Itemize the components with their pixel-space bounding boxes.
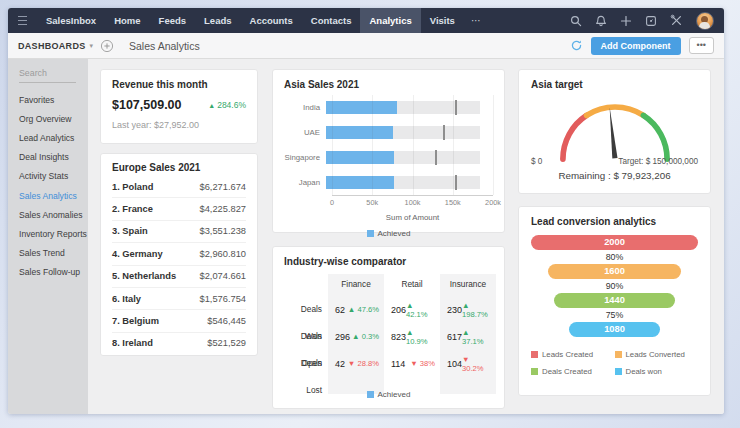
sidebar-item-sales-follow-up[interactable]: Sales Follow-up — [8, 263, 88, 282]
achieved-bar[interactable] — [326, 126, 393, 139]
sidebar-item-deal-insights[interactable]: Deal Insights — [8, 148, 88, 167]
metric-cell: 617▲ 37.1% — [440, 323, 496, 350]
recent-items-icon[interactable] — [645, 15, 657, 27]
industry-comparator-card: Industry-wise comparator FinanceRetailIn… — [272, 246, 505, 409]
achieved-bar[interactable] — [326, 101, 397, 114]
nav-item-leads[interactable]: Leads — [195, 8, 240, 33]
row-label-deals-won: Deals Won — [284, 296, 328, 323]
refresh-icon[interactable] — [570, 39, 583, 52]
sidebar-item-sales-trend[interactable]: Sales Trend — [8, 244, 88, 263]
hamburger-menu-icon[interactable] — [18, 16, 27, 26]
achieved-bar[interactable] — [326, 176, 394, 189]
new-dashboard-icon[interactable] — [100, 39, 114, 53]
app-window: SalesInboxHomeFeedsLeadsAccountsContacts… — [8, 8, 724, 414]
country-value: $4,225.827 — [199, 204, 246, 214]
list-item: 3. Spain$3,551.238 — [112, 220, 246, 242]
funnel-legend-item: Deals Created — [531, 367, 615, 376]
sidebar-item-activity-stats[interactable]: Activity Stats — [8, 167, 88, 186]
legend-label: Deals Created — [542, 367, 592, 376]
nav-item-accounts[interactable]: Accounts — [241, 8, 302, 33]
revenue-card: Revenue this month $107,509.00 ▲284.6% L… — [100, 69, 258, 144]
sidebar-item-favorites[interactable]: Favorites — [8, 90, 88, 109]
funnel-stage-deals-created[interactable]: 1440 — [554, 293, 674, 308]
down-arrow-icon: ▼ 38% — [410, 359, 435, 368]
funnel-stage-leads-created[interactable]: 2000 — [531, 235, 698, 250]
list-item: 1. Poland$6,271.674 — [112, 176, 246, 197]
funnel-legend: Leads CreatedLeads ConvertedDeals Create… — [531, 350, 698, 376]
nav-item-contacts[interactable]: Contacts — [302, 8, 361, 33]
row-label-deals-open: Deals Open — [284, 323, 328, 350]
column-header-finance: Finance — [328, 274, 384, 296]
sidebar-item-sales-anomalies[interactable]: Sales Anomalies — [8, 205, 88, 224]
metric-cell: 114▼ 38% — [384, 350, 440, 377]
gauge-arc-low — [562, 115, 586, 159]
legend-swatch — [531, 351, 538, 358]
legend-swatch — [615, 351, 622, 358]
country-label: 6. Italy — [112, 294, 141, 304]
metric-cell: 42▼ 28.8% — [328, 350, 384, 377]
sidebar-item-inventory-reports[interactable]: Inventory Reports — [8, 224, 88, 243]
gauge-arc-mid — [586, 107, 643, 115]
legend-label: Deals won — [626, 367, 662, 376]
sidebar-item-sales-analytics[interactable]: Sales Analytics — [8, 186, 88, 205]
bar-category-label: Japan — [284, 178, 326, 187]
conversion-rate: 80% — [531, 252, 698, 262]
country-value: $6,271.674 — [199, 182, 246, 192]
target-marker — [443, 125, 445, 140]
asia-chart-axis: 050k100k150k200k — [332, 195, 493, 207]
country-value: $2,074.661 — [199, 271, 246, 281]
dashboard-sidebar: Search FavoritesOrg OverviewLead Analyti… — [8, 59, 88, 414]
up-arrow-icon: ▲ — [208, 102, 215, 109]
achieved-bar[interactable] — [326, 151, 394, 164]
funnel-legend-item: Deals won — [615, 367, 699, 376]
gauge-arc-high — [643, 115, 667, 159]
search-icon[interactable] — [570, 15, 582, 27]
sidebar-item-org-overview[interactable]: Org Overview — [8, 109, 88, 128]
asia-sales-chart: IndiaUAESingaporeJapan — [284, 95, 493, 195]
revenue-change: ▲284.6% — [208, 100, 246, 110]
sidebar-search-input[interactable]: Search — [19, 68, 76, 83]
bar-category-label: India — [284, 103, 326, 112]
bar-row: UAE — [284, 120, 493, 145]
conversion-rate: 90% — [531, 281, 698, 291]
funnel-stage-leads-converted[interactable]: 1600 — [548, 264, 682, 279]
legend-label: Achieved — [378, 229, 411, 238]
add-component-button[interactable]: Add Component — [591, 37, 681, 55]
country-value: $3,551.238 — [199, 226, 246, 236]
sidebar-item-lead-analytics[interactable]: Lead Analytics — [8, 128, 88, 147]
country-label: 3. Spain — [112, 226, 148, 236]
add-plus-icon[interactable] — [620, 15, 632, 27]
bar-track — [326, 126, 493, 139]
country-label: 4. Germany — [112, 249, 163, 259]
gauge-min-label: $ 0 — [531, 157, 542, 166]
target-marker — [455, 100, 457, 115]
legend-swatch — [367, 230, 374, 237]
notifications-bell-icon[interactable] — [595, 15, 607, 27]
card-title: Europe Sales 2021 — [112, 162, 246, 173]
nav-item-visits[interactable]: Visits — [421, 8, 464, 33]
user-avatar[interactable] — [696, 12, 714, 30]
funnel-stage-deals-won[interactable]: 1080 — [569, 322, 659, 337]
gridline — [493, 95, 494, 195]
x-axis-tick: 200k — [485, 198, 501, 207]
nav-item-feeds[interactable]: Feeds — [150, 8, 195, 33]
chevron-down-icon[interactable]: ▾ — [90, 42, 94, 50]
column-header-insurance: Insurance — [440, 274, 496, 296]
down-arrow-icon: ▼ 30.2% — [462, 355, 491, 373]
nav-item-salesinbox[interactable]: SalesInbox — [37, 8, 105, 33]
toolbar-more-button[interactable]: ••• — [689, 37, 714, 55]
nav-item-analytics[interactable]: Analytics — [360, 8, 420, 33]
x-axis-tick: 50k — [366, 198, 378, 207]
setup-tools-icon[interactable] — [670, 14, 683, 27]
funnel-chart: 200080%160090%144075%1080 — [531, 235, 698, 337]
nav-more-button[interactable]: ⋯ — [464, 8, 488, 33]
comparator-table: FinanceRetailInsuranceDeals Won62▲ 47.6%… — [284, 274, 493, 377]
legend-swatch — [615, 368, 622, 375]
country-label: 8. Ireland — [112, 338, 153, 348]
nav-item-home[interactable]: Home — [105, 8, 149, 33]
up-arrow-icon: ▲ 198.7% — [462, 301, 491, 319]
dashboards-dropdown[interactable]: DASHBOARDS — [18, 41, 86, 51]
list-item: 7. Belgium$546,445 — [112, 309, 246, 331]
bar-category-label: UAE — [284, 128, 326, 137]
country-value: $2,960.810 — [199, 249, 246, 259]
